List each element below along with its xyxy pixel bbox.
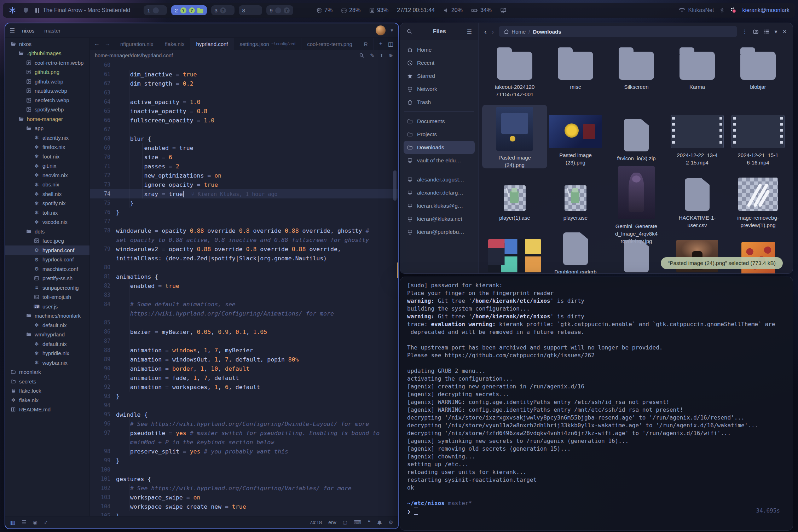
file-item-blobjar[interactable]: blobjar <box>728 46 788 107</box>
tab-cool-retro-term.png[interactable]: cool-retro-term.png <box>301 38 358 50</box>
tray-app-icon[interactable] <box>730 7 736 13</box>
tree-item-neovim.nix[interactable]: ✻neovim.nix <box>5 170 89 180</box>
sidebar-item-kieran-purplebu-[interactable]: kieran@purplebu… <box>404 225 475 238</box>
tree-item-cool-retro-term.webp[interactable]: cool-retro-term.webp <box>5 58 89 68</box>
tree-item-machines/moonlark[interactable]: machines/moonlark <box>5 311 89 321</box>
network-module[interactable]: KlukasNet <box>679 7 714 13</box>
tree-item-README.md[interactable]: README.md <box>5 405 89 415</box>
file-item-Pasted image(23).png[interactable]: Pasted image(23).png <box>545 107 606 166</box>
tree-item-alacritty.nix[interactable]: ✻alacritty.nix <box>5 133 89 143</box>
tree-item-flake.lock[interactable]: flake.lock <box>5 386 89 396</box>
workspace-button-1[interactable]: 1 <box>144 5 167 15</box>
diagnostics-check-icon[interactable]: ✓ <box>44 519 48 526</box>
back-button[interactable]: ‹ <box>484 28 487 36</box>
tree-item-tofi-emoji.sh[interactable]: tofi-emoji.sh <box>5 293 89 302</box>
file-item-2024-12-22_13-42-15.mp4[interactable]: 2024-12-22_13-42-15.mp4 <box>667 107 728 166</box>
collab-panel-toggle-icon[interactable]: ◉ <box>33 519 37 526</box>
file-item-takeout-20241207T155714Z-001[interactable]: takeout-20241207T155714Z-001 <box>484 46 545 107</box>
tree-item-.github/images[interactable]: .github/images <box>5 49 89 58</box>
file-item-DoubloonLeaderboard.csv[interactable]: DoubloonLeaderboard.csv <box>545 230 606 274</box>
tab-hyprland.conf[interactable]: hyprland.conf <box>190 38 234 50</box>
list-view-icon[interactable] <box>764 29 770 35</box>
tree-item-hyprlock.conf[interactable]: ⚙hyprlock.conf <box>5 255 89 265</box>
tree-item-nixos[interactable]: nixos <box>5 39 89 49</box>
search-icon[interactable] <box>406 29 412 34</box>
menu-icon[interactable]: ☰ <box>10 27 15 34</box>
tree-item-waybar.nix[interactable]: ✻waybar.nix <box>5 358 89 368</box>
terminal-panel-icon[interactable]: ⌨ <box>354 519 362 526</box>
cursor-mode-icon[interactable]: I <box>380 53 383 58</box>
shield-icon[interactable] <box>23 7 29 13</box>
tree-item-wm/hyprland[interactable]: wm/hyprland <box>5 330 89 340</box>
code-editor[interactable]: 6061 dim_inactive = true62 dim_strength … <box>90 60 398 516</box>
tree-item-prettify-ss.sh[interactable]: prettify-ss.sh <box>5 274 89 283</box>
sidebar-item-vault-of-the-eldu-[interactable]: vault of the eldu… <box>404 154 475 167</box>
sidebar-item-Trash[interactable]: Trash <box>404 96 475 109</box>
media-player-module[interactable]: The Final Arrow - Marc Streitenfeld <box>35 7 130 13</box>
tree-item-sunpaperconfig[interactable]: ≡sunpaperconfig <box>5 283 89 293</box>
settings-icon[interactable]: ⚙ <box>389 519 393 526</box>
sidebar-item-Home[interactable]: Home <box>404 43 475 56</box>
file-item-wrapped.png[interactable]: wrapped.png <box>484 230 545 274</box>
tree-item-nautilus.webp[interactable]: nautilus.webp <box>5 86 89 96</box>
idle-inhibitor-icon[interactable] <box>500 7 507 13</box>
tree-item-face.jpeg[interactable]: face.jpeg <box>5 236 89 246</box>
tree-item-app[interactable]: app <box>5 124 89 133</box>
assistant-icon[interactable]: ❝ <box>368 519 370 526</box>
sidebar-item-Documents[interactable]: Documents <box>404 115 475 128</box>
tree-item-vscode.nix[interactable]: ✻vscode.nix <box>5 218 89 227</box>
volume-module[interactable]: 20% <box>443 7 463 13</box>
close-icon[interactable]: ✕ <box>782 28 787 35</box>
cursor-position[interactable]: 74:18 <box>310 520 322 525</box>
file-item-favicon_io(3).zip[interactable]: favicon_io(3).zip <box>606 107 667 166</box>
tree-item-github.png[interactable]: github.png <box>5 68 89 77</box>
clock-module[interactable]: 27/12 00:51:44 <box>397 7 435 13</box>
sidebar-item-Projects[interactable]: Projects <box>404 128 475 141</box>
file-item-Gemini_Generated_Image_4rqv8k4rqv8k4rqv.jpg[interactable]: Gemini_Generated_Image_4rqv8k4rqv8k4rqv.… <box>606 166 667 230</box>
split-pane-icon[interactable]: ◫ <box>388 41 393 47</box>
tree-item-user.js[interactable]: JSuser.js <box>5 302 89 311</box>
tree-item-dots[interactable]: dots <box>5 227 89 236</box>
file-item-2024-12-21_15-16-16.mp4[interactable]: 2024-12-21_15-16-16.mp4 <box>728 107 788 166</box>
sidebar-item-Downloads[interactable]: Downloads <box>404 141 475 154</box>
workspace-button-9[interactable]: 9? <box>266 5 293 15</box>
git-branch[interactable]: master <box>41 27 63 35</box>
path-bar[interactable]: Home / Downloads <box>499 26 737 37</box>
breadcrumb[interactable]: home-manager/dots/hyprland.conf <box>95 53 173 58</box>
tree-item-spotify.nix[interactable]: ✻spotify.nix <box>5 199 89 208</box>
tree-item-shell.nix[interactable]: ✻shell.nix <box>5 189 89 199</box>
tree-item-home-manager[interactable]: home-manager <box>5 114 89 124</box>
tab-nfiguration.nix[interactable]: nfiguration.nix <box>115 38 159 50</box>
file-item-image-removebg-preview(1).png[interactable]: image-removebg-preview(1).png <box>728 166 788 230</box>
tree-item-macchiato.conf[interactable]: ⚙macchiato.conf <box>5 264 89 274</box>
project-name[interactable]: nixos <box>19 27 37 35</box>
tree-item-foot.nix[interactable]: ✻foot.nix <box>5 152 89 161</box>
tab-R[interactable]: R <box>358 38 374 50</box>
user-module[interactable]: kierank@moonlark <box>742 7 790 13</box>
file-item-player(1).ase[interactable]: player(1).ase <box>484 166 545 230</box>
forward-button[interactable]: › <box>492 28 494 36</box>
tree-item-moonlark[interactable]: moonlark <box>5 368 89 377</box>
workspace-button-3[interactable]: 3? <box>211 5 235 15</box>
workspace-button-8[interactable]: 8 <box>239 5 262 15</box>
tree-item-git.nix[interactable]: ✻git.nix <box>5 161 89 171</box>
file-item-Silkscreen[interactable]: Silkscreen <box>606 46 667 107</box>
tree-item-default.nix[interactable]: ✻default.nix <box>5 339 89 349</box>
editor-controls-icon[interactable]: ⚟ <box>389 53 393 58</box>
terminal-window[interactable]: [sudo] password for kierank:Place your f… <box>400 277 793 531</box>
kebab-menu-icon[interactable]: ⋮ <box>742 28 748 35</box>
sidebar-item-Starred[interactable]: Starred <box>404 69 475 82</box>
tree-item-neofetch.webp[interactable]: neofetch.webp <box>5 96 89 105</box>
sidebar-item-kieran-klukas-g-[interactable]: kieran.klukas@g… <box>404 199 475 212</box>
notification-bell-icon[interactable]: 🔔︎ <box>377 520 382 526</box>
avatar[interactable] <box>376 25 386 35</box>
tree-item-hyprland.conf[interactable]: ⚙hyprland.conf <box>5 245 89 255</box>
tree-item-hypridle.nix[interactable]: ✻hypridle.nix <box>5 349 89 358</box>
file-item-misc[interactable]: misc <box>545 46 606 107</box>
tab-flake.nix[interactable]: flake.nix <box>159 38 190 50</box>
view-options-chevron-icon[interactable]: ▾ <box>775 28 777 35</box>
workspace-button-2[interactable]: 2?? <box>171 5 207 15</box>
outline-panel-toggle-icon[interactable]: ☰ <box>22 519 26 526</box>
tree-item-spotify.webp[interactable]: spotify.webp <box>5 105 89 115</box>
sidebar-item-Recent[interactable]: Recent <box>404 56 475 69</box>
